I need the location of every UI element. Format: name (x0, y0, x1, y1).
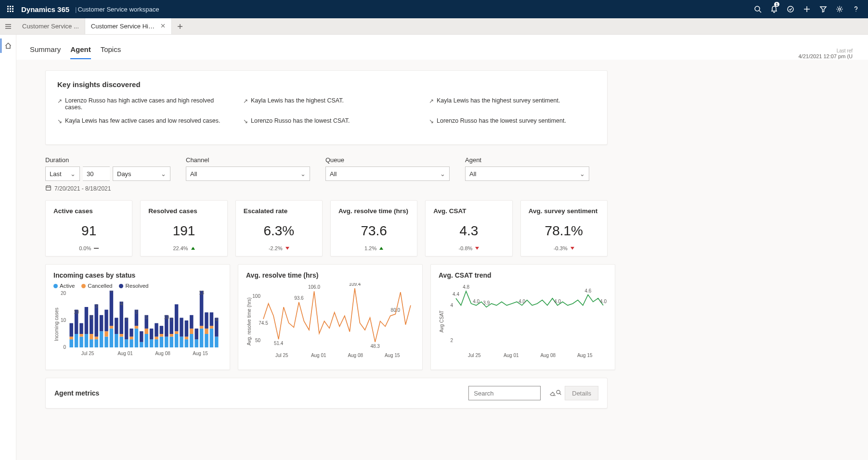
channel-select[interactable]: All ⌄ (186, 166, 310, 181)
kpi-delta: 0.0% (53, 245, 124, 251)
svg-rect-116 (194, 339, 198, 347)
svg-text:3.9: 3.9 (483, 300, 490, 306)
svg-rect-34 (75, 334, 78, 347)
svg-rect-23 (46, 186, 51, 190)
settings-icon[interactable] (831, 0, 848, 18)
trend-down-icon: ↘ (429, 117, 434, 125)
session-tab-1[interactable]: Customer Service Historical... (85, 18, 172, 34)
svg-rect-121 (200, 291, 203, 326)
chart-svg: 24Avg CSAT4.44.84.03.94.04.04.64.0Jul 25… (439, 283, 607, 360)
queue-select[interactable]: All ⌄ (325, 166, 450, 181)
notification-badge: 1 (774, 2, 779, 7)
close-icon[interactable] (160, 23, 166, 30)
help-icon[interactable] (848, 0, 864, 18)
app-launcher-icon[interactable] (4, 2, 17, 16)
svg-rect-114 (190, 329, 193, 334)
svg-rect-65 (119, 337, 123, 347)
svg-text:4.0: 4.0 (518, 299, 525, 304)
new-tab-button[interactable] (172, 18, 188, 34)
insight-item: ↗Kayla Lewis has the highest survey sent… (429, 97, 596, 111)
svg-rect-2 (12, 6, 13, 7)
tab-topics[interactable]: Topics (101, 42, 121, 59)
svg-rect-90 (155, 339, 158, 347)
tab-agent[interactable]: Agent (70, 42, 91, 59)
svg-rect-57 (104, 310, 108, 332)
svg-rect-77 (135, 326, 138, 329)
svg-text:3: 3 (95, 304, 98, 309)
svg-text:4.8: 4.8 (463, 284, 469, 290)
trend-down-icon (285, 247, 289, 250)
calendar-icon (45, 185, 52, 192)
svg-rect-83 (144, 334, 148, 347)
clear-icon[interactable] (545, 389, 560, 397)
svg-text:Aug 15: Aug 15 (193, 351, 208, 356)
kpi-title: Avg. survey sentiment (529, 207, 599, 215)
trend-up-icon: ↗ (57, 97, 62, 105)
kpi-value: 78.1% (529, 223, 599, 239)
svg-text:20: 20 (61, 291, 66, 296)
svg-rect-74 (130, 337, 133, 340)
svg-rect-67 (119, 302, 123, 334)
svg-rect-118 (194, 329, 198, 339)
svg-point-15 (855, 11, 856, 12)
hamburger-icon[interactable] (0, 18, 16, 34)
svg-text:4.0: 4.0 (600, 299, 607, 304)
chevron-down-icon: ⌄ (161, 170, 166, 178)
svg-rect-82 (140, 331, 143, 342)
svg-text:Incoming cases: Incoming cases (54, 307, 59, 341)
svg-rect-113 (190, 334, 193, 347)
svg-rect-124 (205, 329, 208, 334)
home-icon[interactable] (0, 38, 15, 53)
report-view-tabs: Summary Agent Topics (30, 42, 121, 59)
svg-point-11 (788, 6, 793, 12)
svg-rect-49 (94, 337, 98, 340)
chevron-down-icon: ⌄ (580, 170, 585, 178)
filter-queue: Queue All ⌄ (325, 156, 450, 192)
svg-rect-59 (110, 326, 113, 329)
filter-icon[interactable] (815, 0, 831, 18)
svg-text:4.0: 4.0 (473, 299, 479, 304)
svg-text:4.6: 4.6 (584, 288, 591, 294)
chevron-down-icon: ⌄ (70, 170, 76, 178)
svg-line-10 (759, 11, 761, 13)
svg-text:74.5: 74.5 (259, 320, 268, 326)
kpi-delta: 22.4% (148, 245, 219, 251)
agent-select[interactable]: All ⌄ (465, 166, 589, 181)
svg-text:10: 10 (164, 315, 169, 320)
duration-value-input[interactable]: 30 (83, 166, 110, 181)
svg-rect-64 (115, 318, 118, 334)
svg-point-9 (755, 6, 760, 11)
svg-rect-112 (185, 320, 188, 337)
svg-text:4.0: 4.0 (554, 299, 561, 304)
svg-rect-129 (215, 337, 218, 347)
svg-rect-43 (85, 307, 88, 334)
trend-flat-icon (94, 248, 99, 249)
svg-rect-0 (7, 6, 9, 7)
add-icon[interactable] (799, 0, 815, 18)
svg-rect-48 (94, 339, 98, 347)
insight-item: ↗Kayla Lewis has the highest CSAT. (243, 97, 410, 111)
search-icon[interactable] (750, 0, 766, 18)
duration-unit-select[interactable]: Days ⌄ (113, 166, 170, 181)
notifications-icon[interactable]: 1 (766, 0, 782, 18)
svg-rect-41 (85, 334, 88, 347)
details-button[interactable]: Details (565, 386, 598, 400)
key-insights-title: Key insights discovered (57, 80, 596, 89)
search-input[interactable] (473, 389, 556, 397)
insight-item: ↘Lorenzo Russo has the lowest survey sen… (429, 117, 596, 125)
global-nav-bar: Dynamics 365 | Customer Service workspac… (0, 0, 868, 18)
svg-text:50: 50 (255, 338, 261, 343)
session-tab-0[interactable]: Customer Service ... (16, 18, 85, 34)
svg-text:80.0: 80.0 (391, 307, 401, 313)
kpi-delta: -0.3% (529, 245, 599, 251)
metrics-search[interactable] (468, 386, 541, 400)
key-insights-card: Key insights discovered ↗Lorenzo Russo h… (45, 70, 608, 145)
svg-text:Aug 08: Aug 08 (348, 353, 363, 358)
duration-mode-select[interactable]: Last ⌄ (45, 166, 80, 181)
svg-text:Avg CSAT: Avg CSAT (439, 310, 444, 332)
assistant-icon[interactable] (782, 0, 799, 18)
svg-rect-126 (210, 329, 213, 347)
tab-summary[interactable]: Summary (30, 42, 61, 59)
svg-rect-3 (7, 8, 9, 10)
filter-duration: Duration Last ⌄ 30 Days ⌄ (45, 156, 170, 192)
